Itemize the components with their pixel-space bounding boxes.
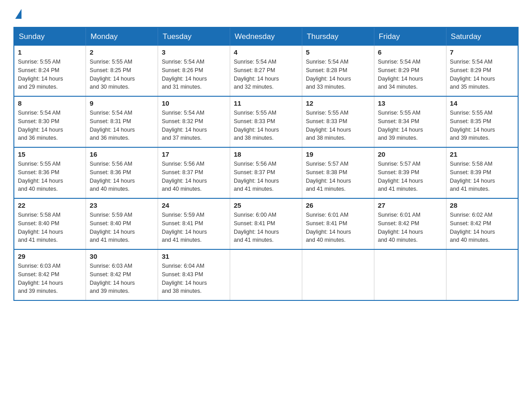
week-row-2: 8 Sunrise: 5:54 AMSunset: 8:30 PMDayligh…: [14, 96, 518, 147]
week-row-3: 15 Sunrise: 5:55 AMSunset: 8:36 PMDaylig…: [14, 147, 518, 198]
day-number: 25: [234, 201, 298, 209]
day-info: Sunrise: 5:55 AMSunset: 8:24 PMDaylight:…: [18, 59, 63, 90]
calendar-cell: [374, 249, 446, 300]
day-info: Sunrise: 5:54 AMSunset: 8:32 PMDaylight:…: [162, 110, 207, 141]
calendar-cell: 17 Sunrise: 5:56 AMSunset: 8:37 PMDaylig…: [158, 147, 230, 198]
calendar-cell: 9 Sunrise: 5:54 AMSunset: 8:31 PMDayligh…: [86, 96, 158, 147]
day-info: Sunrise: 5:54 AMSunset: 8:31 PMDaylight:…: [90, 110, 135, 141]
day-info: Sunrise: 5:56 AMSunset: 8:37 PMDaylight:…: [162, 161, 207, 192]
day-info: Sunrise: 6:01 AMSunset: 8:41 PMDaylight:…: [306, 212, 351, 243]
calendar-cell: 13 Sunrise: 5:55 AMSunset: 8:34 PMDaylig…: [374, 96, 446, 147]
calendar-cell: 14 Sunrise: 5:55 AMSunset: 8:35 PMDaylig…: [446, 96, 518, 147]
day-info: Sunrise: 5:55 AMSunset: 8:35 PMDaylight:…: [450, 110, 495, 141]
header-thursday: Thursday: [302, 27, 374, 46]
calendar-cell: 15 Sunrise: 5:55 AMSunset: 8:36 PMDaylig…: [14, 147, 86, 198]
calendar-cell: 28 Sunrise: 6:02 AMSunset: 8:42 PMDaylig…: [446, 198, 518, 249]
calendar-cell: 11 Sunrise: 5:55 AMSunset: 8:33 PMDaylig…: [230, 96, 302, 147]
day-info: Sunrise: 5:57 AMSunset: 8:39 PMDaylight:…: [378, 161, 423, 192]
day-number: 14: [450, 99, 514, 107]
calendar-cell: 16 Sunrise: 5:56 AMSunset: 8:36 PMDaylig…: [86, 147, 158, 198]
day-info: Sunrise: 5:54 AMSunset: 8:30 PMDaylight:…: [18, 110, 63, 141]
week-row-1: 1 Sunrise: 5:55 AMSunset: 8:24 PMDayligh…: [14, 46, 518, 96]
day-number: 21: [450, 150, 514, 158]
day-number: 7: [450, 48, 514, 56]
header-wednesday: Wednesday: [230, 27, 302, 46]
day-info: Sunrise: 5:57 AMSunset: 8:38 PMDaylight:…: [306, 161, 351, 192]
calendar-cell: 23 Sunrise: 5:59 AMSunset: 8:40 PMDaylig…: [86, 198, 158, 249]
week-row-5: 29 Sunrise: 6:03 AMSunset: 8:42 PMDaylig…: [14, 249, 518, 300]
day-info: Sunrise: 5:58 AMSunset: 8:40 PMDaylight:…: [18, 212, 63, 243]
day-info: Sunrise: 5:55 AMSunset: 8:33 PMDaylight:…: [234, 110, 279, 141]
day-number: 24: [162, 201, 226, 209]
calendar-cell: 3 Sunrise: 5:54 AMSunset: 8:26 PMDayligh…: [158, 46, 230, 96]
day-info: Sunrise: 6:03 AMSunset: 8:42 PMDaylight:…: [18, 263, 63, 294]
day-number: 22: [18, 201, 82, 209]
day-info: Sunrise: 5:59 AMSunset: 8:40 PMDaylight:…: [90, 212, 135, 243]
day-info: Sunrise: 6:03 AMSunset: 8:42 PMDaylight:…: [90, 263, 135, 294]
day-number: 4: [234, 48, 298, 56]
week-row-4: 22 Sunrise: 5:58 AMSunset: 8:40 PMDaylig…: [14, 198, 518, 249]
calendar-cell: 27 Sunrise: 6:01 AMSunset: 8:42 PMDaylig…: [374, 198, 446, 249]
calendar-cell: 30 Sunrise: 6:03 AMSunset: 8:42 PMDaylig…: [86, 249, 158, 300]
calendar-cell: [302, 249, 374, 300]
day-info: Sunrise: 5:54 AMSunset: 8:29 PMDaylight:…: [450, 59, 495, 90]
header-saturday: Saturday: [446, 27, 518, 46]
logo: [13, 9, 21, 20]
calendar-cell: 31 Sunrise: 6:04 AMSunset: 8:43 PMDaylig…: [158, 249, 230, 300]
calendar-cell: [230, 249, 302, 300]
calendar-cell: 10 Sunrise: 5:54 AMSunset: 8:32 PMDaylig…: [158, 96, 230, 147]
calendar-cell: [446, 249, 518, 300]
day-number: 3: [162, 48, 226, 56]
day-info: Sunrise: 5:56 AMSunset: 8:37 PMDaylight:…: [234, 161, 279, 192]
day-info: Sunrise: 5:55 AMSunset: 8:34 PMDaylight:…: [378, 110, 423, 141]
calendar-cell: 5 Sunrise: 5:54 AMSunset: 8:28 PMDayligh…: [302, 46, 374, 96]
calendar-cell: 26 Sunrise: 6:01 AMSunset: 8:41 PMDaylig…: [302, 198, 374, 249]
day-info: Sunrise: 5:54 AMSunset: 8:27 PMDaylight:…: [234, 59, 279, 90]
days-header-row: SundayMondayTuesdayWednesdayThursdayFrid…: [14, 27, 518, 46]
day-info: Sunrise: 5:59 AMSunset: 8:41 PMDaylight:…: [162, 212, 207, 243]
header-sunday: Sunday: [14, 27, 86, 46]
calendar-table: SundayMondayTuesdayWednesdayThursdayFrid…: [13, 27, 519, 301]
calendar-cell: 8 Sunrise: 5:54 AMSunset: 8:30 PMDayligh…: [14, 96, 86, 147]
calendar-cell: 29 Sunrise: 6:03 AMSunset: 8:42 PMDaylig…: [14, 249, 86, 300]
header-monday: Monday: [86, 27, 158, 46]
day-number: 23: [90, 201, 154, 209]
day-info: Sunrise: 5:56 AMSunset: 8:36 PMDaylight:…: [90, 161, 135, 192]
calendar-cell: 18 Sunrise: 5:56 AMSunset: 8:37 PMDaylig…: [230, 147, 302, 198]
day-number: 17: [162, 150, 226, 158]
calendar-cell: 12 Sunrise: 5:55 AMSunset: 8:33 PMDaylig…: [302, 96, 374, 147]
calendar-cell: 25 Sunrise: 6:00 AMSunset: 8:41 PMDaylig…: [230, 198, 302, 249]
day-number: 19: [306, 150, 370, 158]
day-number: 12: [306, 99, 370, 107]
day-number: 15: [18, 150, 82, 158]
day-info: Sunrise: 5:55 AMSunset: 8:36 PMDaylight:…: [18, 161, 63, 192]
calendar-cell: 7 Sunrise: 5:54 AMSunset: 8:29 PMDayligh…: [446, 46, 518, 96]
day-number: 11: [234, 99, 298, 107]
day-info: Sunrise: 5:55 AMSunset: 8:25 PMDaylight:…: [90, 59, 135, 90]
logo-triangle-icon: [15, 9, 21, 19]
day-number: 8: [18, 99, 82, 107]
header-tuesday: Tuesday: [158, 27, 230, 46]
day-number: 10: [162, 99, 226, 107]
day-number: 18: [234, 150, 298, 158]
calendar-cell: 4 Sunrise: 5:54 AMSunset: 8:27 PMDayligh…: [230, 46, 302, 96]
day-number: 9: [90, 99, 154, 107]
calendar-cell: 24 Sunrise: 5:59 AMSunset: 8:41 PMDaylig…: [158, 198, 230, 249]
day-number: 16: [90, 150, 154, 158]
calendar-cell: 19 Sunrise: 5:57 AMSunset: 8:38 PMDaylig…: [302, 147, 374, 198]
day-info: Sunrise: 6:00 AMSunset: 8:41 PMDaylight:…: [234, 212, 279, 243]
day-number: 26: [306, 201, 370, 209]
page-header: [13, 9, 519, 20]
calendar-cell: 22 Sunrise: 5:58 AMSunset: 8:40 PMDaylig…: [14, 198, 86, 249]
day-number: 30: [90, 253, 154, 260]
day-info: Sunrise: 6:04 AMSunset: 8:43 PMDaylight:…: [162, 263, 207, 294]
day-number: 6: [378, 48, 442, 56]
day-number: 2: [90, 48, 154, 56]
day-info: Sunrise: 5:54 AMSunset: 8:28 PMDaylight:…: [306, 59, 351, 90]
calendar-cell: 6 Sunrise: 5:54 AMSunset: 8:29 PMDayligh…: [374, 46, 446, 96]
day-number: 13: [378, 99, 442, 107]
day-info: Sunrise: 6:01 AMSunset: 8:42 PMDaylight:…: [378, 212, 423, 243]
day-number: 28: [450, 201, 514, 209]
day-info: Sunrise: 5:54 AMSunset: 8:26 PMDaylight:…: [162, 59, 207, 90]
calendar-cell: 1 Sunrise: 5:55 AMSunset: 8:24 PMDayligh…: [14, 46, 86, 96]
